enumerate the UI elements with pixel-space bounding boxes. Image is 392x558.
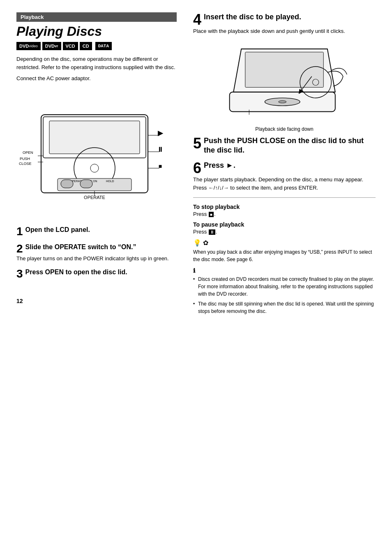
page-container: Playback Playing Discs DVDvideo DVDvr VC… (0, 0, 392, 558)
note-item-1: Discs created on DVD recorders must be c… (193, 276, 376, 298)
step-1-title: Open the LCD panel. (25, 226, 177, 234)
tip-text: When you play back a disc after enjoying… (193, 248, 376, 263)
disc-diagram: Playback side facing down (193, 41, 376, 132)
note-section: ℹ Discs created on DVD recorders must be… (193, 267, 376, 315)
svg-text:OPEN: OPEN (23, 150, 33, 155)
step-2: 2 Slide the OPERATE switch to “ON.” The … (16, 243, 177, 263)
disc-svg (214, 41, 354, 123)
step-4-number: 4 (193, 12, 201, 27)
intro-text2: Connect the AC power adaptor. (16, 74, 177, 83)
step-1-number: 1 (16, 226, 23, 237)
step-3-number: 3 (16, 268, 23, 280)
tip-section: 💡 ✿ When you play back a disc after enjo… (193, 239, 376, 263)
format-badges: DVDvideo DVDvr VCD CD DATA (16, 42, 177, 50)
step-2-number: 2 (16, 243, 23, 255)
svg-rect-20 (61, 180, 73, 188)
badge-vcd: VCD (63, 42, 78, 50)
badge-dvd-video: DVDvideo (16, 42, 41, 50)
svg-rect-25 (245, 52, 323, 87)
svg-text:■: ■ (159, 163, 162, 169)
svg-point-4 (90, 164, 99, 172)
step-4-title: Insert the disc to be played. (204, 12, 376, 22)
stop-symbol: ■ (209, 212, 214, 217)
badge-dvdvr: DVDvr (42, 42, 61, 50)
section-divider (193, 197, 376, 198)
svg-rect-21 (80, 180, 92, 188)
pause-symbol: ⏸ (209, 229, 215, 235)
page-number: 12 (16, 289, 23, 304)
stop-playback-body: Press ■. (193, 211, 376, 217)
page-title: Playing Discs (16, 24, 177, 39)
step-2-body: The player turns on and the POWER indica… (16, 255, 177, 263)
stop-playback-heading: To stop playback (193, 204, 376, 210)
step-4: 4 Insert the disc to be played. Place wi… (193, 12, 376, 35)
step-6-number: 6 (193, 161, 201, 176)
step-6-title: Press ►. (204, 161, 376, 170)
note-icon: ℹ (193, 267, 376, 274)
pause-playback-heading: To pause playback (193, 221, 376, 228)
right-column: 4 Insert the disc to be played. Place wi… (189, 12, 376, 546)
step-5-title: Push the PUSH CLOSE on the disc lid to s… (204, 136, 376, 155)
badge-data: DATA (95, 42, 112, 50)
note-list: Discs created on DVD recorders must be c… (193, 276, 376, 315)
disc-diagram-caption: Playback side facing down (193, 126, 376, 132)
note-item-2: The disc may be still spinning when the … (193, 300, 376, 315)
step-3: 3 Press OPEN to open the disc lid. (16, 268, 177, 280)
step-3-title: Press OPEN to open the disc lid. (25, 268, 177, 277)
step-4-body: Place with the playback side down and pu… (193, 27, 376, 35)
step-1: 1 Open the LCD panel. (16, 226, 177, 237)
device-diagram: ▶ ⏸ ■ OPEN PUSH CLOSE OPERATE (16, 90, 168, 222)
svg-rect-2 (49, 121, 140, 154)
step-6: 6 Press ►. The player starts playback. D… (193, 161, 376, 192)
section-badge: Playback (16, 12, 177, 22)
device-svg: ▶ ⏸ ■ OPEN PUSH CLOSE OPERATE (16, 90, 168, 222)
svg-text:PUSH: PUSH (20, 157, 30, 161)
svg-text:HOLD: HOLD (106, 180, 114, 183)
step-6-body: The player starts playback. Depending on… (193, 176, 376, 192)
intro-text: Depending on the disc, some operations m… (16, 55, 177, 71)
badge-cd: CD (80, 42, 92, 50)
svg-text:CLOSE: CLOSE (19, 162, 32, 166)
pause-playback-body: Press ⏸. (193, 229, 376, 235)
step-2-title: Slide the OPERATE switch to “ON.” (25, 243, 177, 252)
step-5-number: 5 (193, 136, 201, 151)
step-5: 5 Push the PUSH CLOSE on the disc lid to… (193, 136, 376, 155)
page-number-area: 12 (16, 298, 177, 304)
tip-icon: 💡 ✿ (193, 239, 376, 247)
svg-point-27 (279, 100, 286, 103)
left-column: Playback Playing Discs DVDvideo DVDvr VC… (16, 12, 189, 546)
